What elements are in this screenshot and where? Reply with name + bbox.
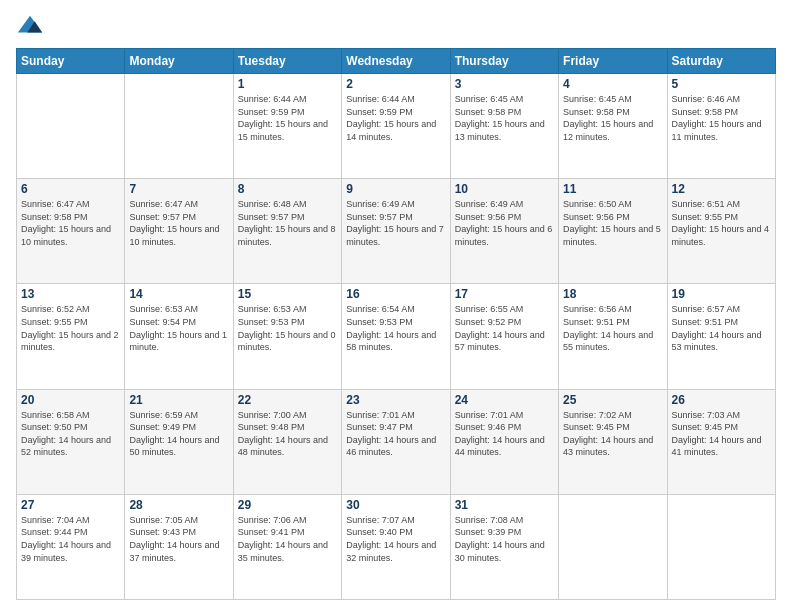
week-row-2: 6Sunrise: 6:47 AMSunset: 9:58 PMDaylight… [17, 179, 776, 284]
day-detail: Sunrise: 6:53 AMSunset: 9:53 PMDaylight:… [238, 303, 337, 353]
day-detail: Sunrise: 6:56 AMSunset: 9:51 PMDaylight:… [563, 303, 662, 353]
day-cell [559, 494, 667, 599]
day-cell: 13Sunrise: 6:52 AMSunset: 9:55 PMDayligh… [17, 284, 125, 389]
logo [16, 12, 48, 40]
day-number: 1 [238, 77, 337, 91]
day-detail: Sunrise: 6:48 AMSunset: 9:57 PMDaylight:… [238, 198, 337, 248]
day-detail: Sunrise: 7:02 AMSunset: 9:45 PMDaylight:… [563, 409, 662, 459]
day-detail: Sunrise: 7:04 AMSunset: 9:44 PMDaylight:… [21, 514, 120, 564]
week-row-4: 20Sunrise: 6:58 AMSunset: 9:50 PMDayligh… [17, 389, 776, 494]
day-header-tuesday: Tuesday [233, 49, 341, 74]
day-detail: Sunrise: 6:46 AMSunset: 9:58 PMDaylight:… [672, 93, 771, 143]
day-cell: 8Sunrise: 6:48 AMSunset: 9:57 PMDaylight… [233, 179, 341, 284]
day-cell: 15Sunrise: 6:53 AMSunset: 9:53 PMDayligh… [233, 284, 341, 389]
week-row-3: 13Sunrise: 6:52 AMSunset: 9:55 PMDayligh… [17, 284, 776, 389]
day-cell: 27Sunrise: 7:04 AMSunset: 9:44 PMDayligh… [17, 494, 125, 599]
day-number: 3 [455, 77, 554, 91]
day-number: 4 [563, 77, 662, 91]
day-number: 15 [238, 287, 337, 301]
day-detail: Sunrise: 7:07 AMSunset: 9:40 PMDaylight:… [346, 514, 445, 564]
day-cell: 10Sunrise: 6:49 AMSunset: 9:56 PMDayligh… [450, 179, 558, 284]
day-header-sunday: Sunday [17, 49, 125, 74]
day-cell: 17Sunrise: 6:55 AMSunset: 9:52 PMDayligh… [450, 284, 558, 389]
day-detail: Sunrise: 6:49 AMSunset: 9:56 PMDaylight:… [455, 198, 554, 248]
day-detail: Sunrise: 6:53 AMSunset: 9:54 PMDaylight:… [129, 303, 228, 353]
week-row-1: 1Sunrise: 6:44 AMSunset: 9:59 PMDaylight… [17, 74, 776, 179]
day-cell [125, 74, 233, 179]
day-cell: 18Sunrise: 6:56 AMSunset: 9:51 PMDayligh… [559, 284, 667, 389]
day-number: 13 [21, 287, 120, 301]
day-detail: Sunrise: 7:05 AMSunset: 9:43 PMDaylight:… [129, 514, 228, 564]
day-number: 25 [563, 393, 662, 407]
week-row-5: 27Sunrise: 7:04 AMSunset: 9:44 PMDayligh… [17, 494, 776, 599]
day-number: 26 [672, 393, 771, 407]
calendar-table: SundayMondayTuesdayWednesdayThursdayFrid… [16, 48, 776, 600]
day-number: 2 [346, 77, 445, 91]
day-detail: Sunrise: 6:45 AMSunset: 9:58 PMDaylight:… [455, 93, 554, 143]
day-cell: 9Sunrise: 6:49 AMSunset: 9:57 PMDaylight… [342, 179, 450, 284]
day-detail: Sunrise: 7:00 AMSunset: 9:48 PMDaylight:… [238, 409, 337, 459]
header [16, 12, 776, 40]
day-number: 14 [129, 287, 228, 301]
day-number: 9 [346, 182, 445, 196]
day-cell: 3Sunrise: 6:45 AMSunset: 9:58 PMDaylight… [450, 74, 558, 179]
day-number: 17 [455, 287, 554, 301]
day-number: 16 [346, 287, 445, 301]
day-number: 20 [21, 393, 120, 407]
day-cell: 7Sunrise: 6:47 AMSunset: 9:57 PMDaylight… [125, 179, 233, 284]
day-detail: Sunrise: 6:58 AMSunset: 9:50 PMDaylight:… [21, 409, 120, 459]
day-detail: Sunrise: 6:55 AMSunset: 9:52 PMDaylight:… [455, 303, 554, 353]
day-detail: Sunrise: 6:44 AMSunset: 9:59 PMDaylight:… [346, 93, 445, 143]
day-number: 5 [672, 77, 771, 91]
day-cell: 31Sunrise: 7:08 AMSunset: 9:39 PMDayligh… [450, 494, 558, 599]
calendar-header-row: SundayMondayTuesdayWednesdayThursdayFrid… [17, 49, 776, 74]
day-cell: 22Sunrise: 7:00 AMSunset: 9:48 PMDayligh… [233, 389, 341, 494]
day-detail: Sunrise: 7:03 AMSunset: 9:45 PMDaylight:… [672, 409, 771, 459]
day-cell: 20Sunrise: 6:58 AMSunset: 9:50 PMDayligh… [17, 389, 125, 494]
day-cell: 6Sunrise: 6:47 AMSunset: 9:58 PMDaylight… [17, 179, 125, 284]
day-number: 19 [672, 287, 771, 301]
day-number: 31 [455, 498, 554, 512]
day-number: 21 [129, 393, 228, 407]
day-header-wednesday: Wednesday [342, 49, 450, 74]
day-number: 7 [129, 182, 228, 196]
day-detail: Sunrise: 6:45 AMSunset: 9:58 PMDaylight:… [563, 93, 662, 143]
day-cell: 12Sunrise: 6:51 AMSunset: 9:55 PMDayligh… [667, 179, 775, 284]
logo-icon [16, 12, 44, 40]
day-number: 12 [672, 182, 771, 196]
day-cell: 25Sunrise: 7:02 AMSunset: 9:45 PMDayligh… [559, 389, 667, 494]
day-number: 18 [563, 287, 662, 301]
day-detail: Sunrise: 7:01 AMSunset: 9:47 PMDaylight:… [346, 409, 445, 459]
day-number: 24 [455, 393, 554, 407]
day-number: 6 [21, 182, 120, 196]
day-cell: 16Sunrise: 6:54 AMSunset: 9:53 PMDayligh… [342, 284, 450, 389]
day-detail: Sunrise: 7:01 AMSunset: 9:46 PMDaylight:… [455, 409, 554, 459]
day-cell: 11Sunrise: 6:50 AMSunset: 9:56 PMDayligh… [559, 179, 667, 284]
day-header-monday: Monday [125, 49, 233, 74]
day-detail: Sunrise: 6:49 AMSunset: 9:57 PMDaylight:… [346, 198, 445, 248]
day-number: 29 [238, 498, 337, 512]
day-header-thursday: Thursday [450, 49, 558, 74]
day-cell: 30Sunrise: 7:07 AMSunset: 9:40 PMDayligh… [342, 494, 450, 599]
day-number: 22 [238, 393, 337, 407]
day-number: 28 [129, 498, 228, 512]
day-number: 11 [563, 182, 662, 196]
day-cell: 26Sunrise: 7:03 AMSunset: 9:45 PMDayligh… [667, 389, 775, 494]
day-header-saturday: Saturday [667, 49, 775, 74]
day-number: 30 [346, 498, 445, 512]
day-cell: 28Sunrise: 7:05 AMSunset: 9:43 PMDayligh… [125, 494, 233, 599]
day-cell: 21Sunrise: 6:59 AMSunset: 9:49 PMDayligh… [125, 389, 233, 494]
day-cell: 4Sunrise: 6:45 AMSunset: 9:58 PMDaylight… [559, 74, 667, 179]
day-cell: 29Sunrise: 7:06 AMSunset: 9:41 PMDayligh… [233, 494, 341, 599]
day-cell: 19Sunrise: 6:57 AMSunset: 9:51 PMDayligh… [667, 284, 775, 389]
day-detail: Sunrise: 7:08 AMSunset: 9:39 PMDaylight:… [455, 514, 554, 564]
day-detail: Sunrise: 6:47 AMSunset: 9:57 PMDaylight:… [129, 198, 228, 248]
day-detail: Sunrise: 7:06 AMSunset: 9:41 PMDaylight:… [238, 514, 337, 564]
day-cell: 14Sunrise: 6:53 AMSunset: 9:54 PMDayligh… [125, 284, 233, 389]
day-header-friday: Friday [559, 49, 667, 74]
day-detail: Sunrise: 6:54 AMSunset: 9:53 PMDaylight:… [346, 303, 445, 353]
day-cell: 23Sunrise: 7:01 AMSunset: 9:47 PMDayligh… [342, 389, 450, 494]
day-detail: Sunrise: 6:52 AMSunset: 9:55 PMDaylight:… [21, 303, 120, 353]
page: SundayMondayTuesdayWednesdayThursdayFrid… [0, 0, 792, 612]
day-cell: 5Sunrise: 6:46 AMSunset: 9:58 PMDaylight… [667, 74, 775, 179]
